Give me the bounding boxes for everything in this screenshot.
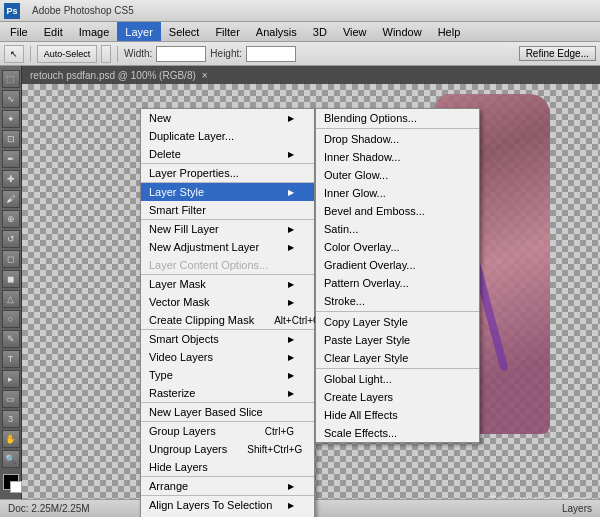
layers-label: Layers xyxy=(562,503,592,514)
tool-clone[interactable]: ⊕ xyxy=(2,210,20,228)
refine-edge-button[interactable]: Refine Edge... xyxy=(519,46,596,61)
canvas-tab[interactable]: retouch psdfan.psd @ 100% (RGB/8) × xyxy=(22,66,600,84)
menu-layer-style[interactable]: Layer Style xyxy=(141,183,314,201)
tool-path-select[interactable]: ▸ xyxy=(2,370,20,388)
submenu-bevel-emboss[interactable]: Bevel and Emboss... xyxy=(316,202,479,220)
menu-layer-content-options: Layer Content Options... xyxy=(141,256,314,274)
auto-select-btn[interactable]: Auto-Select xyxy=(37,45,97,63)
menu-new-layer-based-slice[interactable]: New Layer Based Slice xyxy=(141,403,314,421)
submenu-create-layers[interactable]: Create Layers xyxy=(316,388,479,406)
tool-zoom[interactable]: 🔍 xyxy=(2,450,20,468)
submenu-divider-3 xyxy=(316,368,479,369)
canvas-close-btn[interactable]: × xyxy=(202,70,208,81)
tool-magic-wand[interactable]: ✦ xyxy=(2,110,20,128)
tools-panel: ⬚ ∿ ✦ ⊡ ✒ ✚ 🖌 ⊕ ↺ ◻ ◼ △ ○ ✎ T ▸ ▭ 3 ✋ 🔍 xyxy=(0,66,22,517)
submenu-satin[interactable]: Satin... xyxy=(316,220,479,238)
tool-3d[interactable]: 3 xyxy=(2,410,20,428)
tool-crop[interactable]: ⊡ xyxy=(2,130,20,148)
menu-analysis[interactable]: Analysis xyxy=(248,22,305,41)
tool-dodge[interactable]: ○ xyxy=(2,310,20,328)
menu-layer-properties[interactable]: Layer Properties... xyxy=(141,164,314,182)
foreground-color[interactable] xyxy=(3,474,19,490)
menu-create-clipping-mask[interactable]: Create Clipping Mask Alt+Ctrl+G xyxy=(141,311,314,329)
tool-move-btn[interactable]: ↖ xyxy=(4,45,24,63)
menu-new-fill-layer[interactable]: New Fill Layer xyxy=(141,220,314,238)
submenu-paste-layer-style[interactable]: Paste Layer Style xyxy=(316,331,479,349)
layer-dropdown-menu[interactable]: New Duplicate Layer... Delete Layer Prop… xyxy=(140,108,315,517)
menu-section-9: Arrange xyxy=(141,477,314,496)
tool-shape[interactable]: ▭ xyxy=(2,390,20,408)
submenu-outer-glow[interactable]: Outer Glow... xyxy=(316,166,479,184)
menu-layer[interactable]: Layer xyxy=(117,22,161,41)
tool-pen[interactable]: ✎ xyxy=(2,330,20,348)
menu-hide-layers[interactable]: Hide Layers xyxy=(141,458,314,476)
menu-duplicate-layer[interactable]: Duplicate Layer... xyxy=(141,127,314,145)
menu-section-4: New Fill Layer New Adjustment Layer Laye… xyxy=(141,220,314,275)
menu-group-layers[interactable]: Group Layers Ctrl+G xyxy=(141,422,314,440)
menu-section-1: New Duplicate Layer... Delete xyxy=(141,109,314,164)
submenu-global-light[interactable]: Global Light... xyxy=(316,370,479,388)
menu-section-7: New Layer Based Slice xyxy=(141,403,314,422)
submenu-hide-all-effects[interactable]: Hide All Effects xyxy=(316,406,479,424)
submenu-pattern-overlay[interactable]: Pattern Overlay... xyxy=(316,274,479,292)
menu-align-layers[interactable]: Align Layers To Selection xyxy=(141,496,314,514)
menu-rasterize[interactable]: Rasterize xyxy=(141,384,314,402)
menu-filter[interactable]: Filter xyxy=(207,22,247,41)
height-input[interactable] xyxy=(246,46,296,62)
submenu-color-overlay[interactable]: Color Overlay... xyxy=(316,238,479,256)
submenu-inner-shadow[interactable]: Inner Shadow... xyxy=(316,148,479,166)
background-color[interactable] xyxy=(10,481,22,493)
status-doc-info: Doc: 2.25M/2.25M xyxy=(8,503,90,514)
toolbar-secondary: ↖ Auto-Select Width: Height: Refine Edge… xyxy=(0,42,600,66)
submenu-scale-effects[interactable]: Scale Effects... xyxy=(316,424,479,442)
submenu-copy-layer-style[interactable]: Copy Layer Style xyxy=(316,313,479,331)
submenu-drop-shadow[interactable]: Drop Shadow... xyxy=(316,130,479,148)
tool-brush[interactable]: 🖌 xyxy=(2,190,20,208)
submenu-inner-glow[interactable]: Inner Glow... xyxy=(316,184,479,202)
tool-gradient[interactable]: ◼ xyxy=(2,270,20,288)
menu-view[interactable]: View xyxy=(335,22,375,41)
height-label: Height: xyxy=(210,48,242,59)
tool-eyedropper[interactable]: ✒ xyxy=(2,150,20,168)
tool-blur[interactable]: △ xyxy=(2,290,20,308)
tool-hand[interactable]: ✋ xyxy=(2,430,20,448)
menu-window[interactable]: Window xyxy=(375,22,430,41)
menu-new[interactable]: New xyxy=(141,109,314,127)
menu-smart-filter[interactable]: Smart Filter xyxy=(141,201,314,219)
menu-arrange[interactable]: Arrange xyxy=(141,477,314,495)
menu-edit[interactable]: Edit xyxy=(36,22,71,41)
menu-video-layers[interactable]: Video Layers xyxy=(141,348,314,366)
menu-section-6: Smart Objects Video Layers Type Rasteriz… xyxy=(141,330,314,403)
tool-history-brush[interactable]: ↺ xyxy=(2,230,20,248)
submenu-divider-1 xyxy=(316,128,479,129)
menu-section-3: Layer Style Smart Filter xyxy=(141,183,314,220)
show-transform-btn[interactable] xyxy=(101,45,111,63)
menu-new-adjustment-layer[interactable]: New Adjustment Layer xyxy=(141,238,314,256)
width-label: Width: xyxy=(124,48,152,59)
menu-layer-mask[interactable]: Layer Mask xyxy=(141,275,314,293)
submenu-gradient-overlay[interactable]: Gradient Overlay... xyxy=(316,256,479,274)
menu-select[interactable]: Select xyxy=(161,22,208,41)
submenu-clear-layer-style[interactable]: Clear Layer Style xyxy=(316,349,479,367)
width-input[interactable] xyxy=(156,46,206,62)
menu-3d[interactable]: 3D xyxy=(305,22,335,41)
menu-ungroup-layers[interactable]: Ungroup Layers Shift+Ctrl+G xyxy=(141,440,314,458)
submenu-divider-2 xyxy=(316,311,479,312)
tool-eraser[interactable]: ◻ xyxy=(2,250,20,268)
tool-heal[interactable]: ✚ xyxy=(2,170,20,188)
tool-lasso[interactable]: ∿ xyxy=(2,90,20,108)
menu-help[interactable]: Help xyxy=(430,22,469,41)
menu-smart-objects[interactable]: Smart Objects xyxy=(141,330,314,348)
layer-style-submenu[interactable]: Blending Options... Drop Shadow... Inner… xyxy=(315,108,480,443)
submenu-stroke[interactable]: Stroke... xyxy=(316,292,479,310)
submenu-blending-options[interactable]: Blending Options... xyxy=(316,109,479,127)
tool-text[interactable]: T xyxy=(2,350,20,368)
menu-type[interactable]: Type xyxy=(141,366,314,384)
menu-section-5: Layer Mask Vector Mask Create Clipping M… xyxy=(141,275,314,330)
menu-vector-mask[interactable]: Vector Mask xyxy=(141,293,314,311)
menu-image[interactable]: Image xyxy=(71,22,118,41)
menu-file[interactable]: File xyxy=(2,22,36,41)
tool-marquee[interactable]: ⬚ xyxy=(2,70,20,88)
menu-delete[interactable]: Delete xyxy=(141,145,314,163)
menu-section-2: Layer Properties... xyxy=(141,164,314,183)
